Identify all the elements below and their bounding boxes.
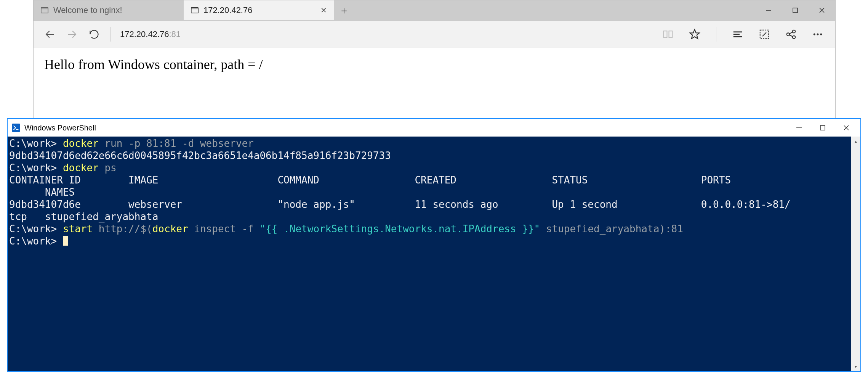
svg-rect-0 xyxy=(41,8,48,13)
forward-button[interactable] xyxy=(61,21,83,48)
tab-title: Welcome to nginx! xyxy=(53,5,122,15)
powershell-title: Windows PowerShell xyxy=(24,124,96,132)
cmd-ps: ps xyxy=(104,162,116,174)
tab-title: 172.20.42.76 xyxy=(203,5,252,15)
powershell-titlebar[interactable]: Windows PowerShell xyxy=(8,119,860,137)
toolbar-separator xyxy=(111,27,111,42)
scroll-up-icon[interactable]: ▴ xyxy=(851,137,860,146)
portmap: 81:81 xyxy=(146,138,176,149)
back-button[interactable] xyxy=(39,21,61,48)
svg-point-22 xyxy=(820,33,822,35)
toolbar-right xyxy=(661,27,830,42)
url-prefix: http://$( xyxy=(99,223,152,235)
svg-point-20 xyxy=(814,33,815,35)
ps-maximize-button[interactable] xyxy=(819,124,826,131)
edge-browser-window: Welcome to nginx! 172.20.42.76 ✕ ＋ xyxy=(33,0,836,130)
svg-rect-25 xyxy=(820,125,825,130)
browser-toolbar: 172.20.42.76:81 xyxy=(34,21,835,48)
ps-row: 9dbd34107d6e webserver "node app.js" 11 … xyxy=(9,199,791,210)
address-host: 172.20.42.76 xyxy=(120,29,169,39)
share-icon[interactable] xyxy=(784,27,798,41)
cmd-docker: docker xyxy=(152,223,188,235)
web-note-icon[interactable] xyxy=(757,27,771,41)
cmd-docker: docker xyxy=(63,162,99,174)
page-text: Hello from Windows container, path = / xyxy=(44,57,263,72)
address-port: :81 xyxy=(169,29,181,39)
terminal-scrollbar[interactable]: ▴ ▾ xyxy=(851,137,860,371)
ps-prompt: C:\work> xyxy=(9,235,57,247)
powershell-window-controls xyxy=(796,124,857,131)
cmd-start: start xyxy=(63,223,93,235)
flag-f: -f xyxy=(242,223,254,235)
flag-p: -p xyxy=(128,138,140,149)
svg-rect-5 xyxy=(793,8,798,13)
svg-point-21 xyxy=(817,33,819,35)
ps-prompt: C:\work> xyxy=(9,223,57,235)
hub-icon[interactable] xyxy=(731,27,745,41)
format-string: "{{ .NetworkSettings.Networks.nat.IPAddr… xyxy=(260,223,540,235)
toolbar-separator-2 xyxy=(716,27,716,42)
ps-minimize-button[interactable] xyxy=(796,124,802,131)
address-bar[interactable]: 172.20.42.76:81 xyxy=(116,29,181,39)
close-tab-icon[interactable]: ✕ xyxy=(320,6,327,15)
cursor xyxy=(63,236,68,246)
ps-header-names: NAMES xyxy=(9,187,75,198)
page-content: Hello from Windows container, path = / xyxy=(34,48,835,81)
window-controls xyxy=(755,0,835,20)
url-tail: stupefied_aryabhata):81 xyxy=(546,223,683,235)
tab-nginx[interactable]: Welcome to nginx! xyxy=(34,0,184,20)
scroll-down-icon[interactable]: ▾ xyxy=(851,362,860,371)
tab-ip[interactable]: 172.20.42.76 ✕ xyxy=(184,0,334,20)
powershell-icon xyxy=(11,123,21,132)
ps-row-wrap: tcp stupefied_aryabhata xyxy=(9,211,158,222)
svg-marker-10 xyxy=(690,29,700,39)
scroll-track[interactable] xyxy=(851,146,860,362)
ps-header: CONTAINER ID IMAGE COMMAND CREATED STATU… xyxy=(9,174,731,186)
close-window-button[interactable] xyxy=(809,0,835,20)
ps-prompt: C:\work> xyxy=(9,138,57,149)
image-name: webserver xyxy=(200,138,254,149)
ps-close-button[interactable] xyxy=(843,124,850,131)
tab-page-icon xyxy=(191,6,199,14)
reading-view-icon[interactable] xyxy=(661,27,675,41)
tab-strip: Welcome to nginx! 172.20.42.76 ✕ ＋ xyxy=(34,0,835,21)
minimize-button[interactable] xyxy=(755,0,782,20)
cmd-docker: docker xyxy=(63,138,99,149)
svg-line-18 xyxy=(790,32,793,34)
svg-point-17 xyxy=(793,35,796,39)
flag-d: -d xyxy=(182,138,194,149)
cmd-inspect: inspect xyxy=(194,223,236,235)
svg-point-16 xyxy=(793,30,796,33)
svg-line-19 xyxy=(790,35,793,37)
cmd-run: run xyxy=(104,138,122,149)
tab-page-icon xyxy=(40,6,49,14)
svg-rect-2 xyxy=(191,8,198,13)
favorite-star-icon[interactable] xyxy=(688,27,701,41)
powershell-window: Windows PowerShell C:\work> docker run -… xyxy=(7,118,861,372)
powershell-terminal[interactable]: C:\work> docker run -p 81:81 -d webserve… xyxy=(8,137,860,371)
container-hash: 9dbd34107d6ed62e66c6d0045895f42bc3a6651e… xyxy=(9,150,391,161)
ps-prompt: C:\work> xyxy=(9,162,57,174)
more-icon[interactable] xyxy=(811,27,825,41)
maximize-button[interactable] xyxy=(782,0,809,20)
svg-point-15 xyxy=(787,33,790,36)
refresh-button[interactable] xyxy=(83,21,105,48)
new-tab-button[interactable]: ＋ xyxy=(334,0,354,20)
